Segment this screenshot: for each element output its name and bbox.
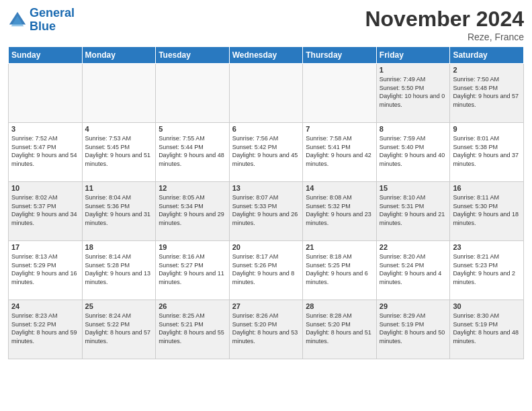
calendar-cell: 17Sunrise: 8:13 AMSunset: 5:29 PMDayligh… [9,241,83,300]
calendar-cell: 12Sunrise: 8:05 AMSunset: 5:34 PMDayligh… [156,182,230,241]
day-number: 28 [306,302,373,310]
day-info: Sunrise: 8:11 AMSunset: 5:30 PMDaylight:… [453,193,521,227]
calendar-cell: 6Sunrise: 7:56 AMSunset: 5:42 PMDaylight… [229,123,303,182]
page: General Blue November 2024 Reze, France … [0,0,532,411]
day-info: Sunrise: 7:49 AMSunset: 5:50 PMDaylight:… [380,75,447,109]
day-info: Sunrise: 8:29 AMSunset: 5:19 PMDaylight:… [380,312,447,345]
calendar-cell: 18Sunrise: 8:14 AMSunset: 5:28 PMDayligh… [82,241,156,300]
day-info: Sunrise: 7:52 AMSunset: 5:47 PMDaylight:… [11,134,79,168]
day-info: Sunrise: 8:08 AMSunset: 5:32 PMDaylight:… [306,193,373,227]
day-info: Sunrise: 8:21 AMSunset: 5:23 PMDaylight:… [453,253,521,286]
day-number: 7 [306,125,373,133]
day-number: 24 [11,302,79,310]
day-number: 3 [11,125,79,133]
calendar-week-1: 1Sunrise: 7:49 AMSunset: 5:50 PMDaylight… [9,64,524,123]
calendar-cell [156,64,230,123]
col-thursday: Thursday [303,47,377,64]
calendar-cell: 26Sunrise: 8:25 AMSunset: 5:21 PMDayligh… [156,300,230,359]
day-number: 18 [85,243,153,251]
header-row: Sunday Monday Tuesday Wednesday Thursday… [9,47,524,64]
day-number: 30 [453,302,521,310]
calendar-cell: 14Sunrise: 8:08 AMSunset: 5:32 PMDayligh… [303,182,377,241]
day-number: 20 [232,243,300,251]
col-sunday: Sunday [9,47,83,64]
calendar-cell: 8Sunrise: 7:59 AMSunset: 5:40 PMDaylight… [376,123,450,182]
calendar-cell: 1Sunrise: 7:49 AMSunset: 5:50 PMDaylight… [376,64,450,123]
day-info: Sunrise: 8:10 AMSunset: 5:31 PMDaylight:… [380,193,447,227]
day-number: 21 [306,243,373,251]
day-info: Sunrise: 8:25 AMSunset: 5:21 PMDaylight:… [159,312,226,345]
col-tuesday: Tuesday [156,47,230,64]
day-number: 6 [232,125,300,133]
day-info: Sunrise: 7:56 AMSunset: 5:42 PMDaylight:… [232,134,300,168]
day-info: Sunrise: 8:13 AMSunset: 5:29 PMDaylight:… [11,253,79,286]
day-number: 22 [380,243,447,251]
calendar-cell: 25Sunrise: 8:24 AMSunset: 5:22 PMDayligh… [82,300,156,359]
calendar-cell: 7Sunrise: 7:58 AMSunset: 5:41 PMDaylight… [303,123,377,182]
day-info: Sunrise: 8:30 AMSunset: 5:19 PMDaylight:… [453,312,521,345]
day-number: 2 [453,66,521,74]
day-info: Sunrise: 7:50 AMSunset: 5:48 PMDaylight:… [453,75,521,109]
day-info: Sunrise: 8:04 AMSunset: 5:36 PMDaylight:… [85,193,153,227]
calendar-cell: 4Sunrise: 7:53 AMSunset: 5:45 PMDaylight… [82,123,156,182]
day-number: 5 [159,125,226,133]
calendar-cell: 19Sunrise: 8:16 AMSunset: 5:27 PMDayligh… [156,241,230,300]
day-number: 11 [85,184,153,192]
day-info: Sunrise: 8:14 AMSunset: 5:28 PMDaylight:… [85,253,153,286]
day-number: 19 [159,243,226,251]
logo-line2: Blue [30,19,56,33]
day-info: Sunrise: 7:59 AMSunset: 5:40 PMDaylight:… [380,134,447,168]
calendar-cell: 5Sunrise: 7:55 AMSunset: 5:44 PMDaylight… [156,123,230,182]
calendar-cell: 13Sunrise: 8:07 AMSunset: 5:33 PMDayligh… [229,182,303,241]
calendar-cell: 2Sunrise: 7:50 AMSunset: 5:48 PMDaylight… [450,64,524,123]
calendar-cell: 15Sunrise: 8:10 AMSunset: 5:31 PMDayligh… [376,182,450,241]
day-info: Sunrise: 8:23 AMSunset: 5:22 PMDaylight:… [11,312,79,345]
calendar-cell: 22Sunrise: 8:20 AMSunset: 5:24 PMDayligh… [376,241,450,300]
calendar-cell: 28Sunrise: 8:28 AMSunset: 5:20 PMDayligh… [303,300,377,359]
day-info: Sunrise: 8:01 AMSunset: 5:38 PMDaylight:… [453,134,521,168]
calendar-week-5: 24Sunrise: 8:23 AMSunset: 5:22 PMDayligh… [9,300,524,359]
day-number: 12 [159,184,226,192]
day-number: 15 [380,184,447,192]
header: General Blue November 2024 Reze, France [8,7,524,42]
day-info: Sunrise: 8:02 AMSunset: 5:37 PMDaylight:… [11,193,79,227]
logo-icon [8,11,27,30]
day-number: 26 [159,302,226,310]
col-wednesday: Wednesday [229,47,303,64]
day-number: 1 [380,66,447,74]
day-number: 14 [306,184,373,192]
day-info: Sunrise: 8:28 AMSunset: 5:20 PMDaylight:… [306,312,373,345]
day-number: 10 [11,184,79,192]
day-info: Sunrise: 8:17 AMSunset: 5:26 PMDaylight:… [232,253,300,286]
calendar-cell: 24Sunrise: 8:23 AMSunset: 5:22 PMDayligh… [9,300,83,359]
day-info: Sunrise: 8:07 AMSunset: 5:33 PMDaylight:… [232,193,300,227]
day-number: 8 [380,125,447,133]
day-number: 27 [232,302,300,310]
calendar-cell: 21Sunrise: 8:18 AMSunset: 5:25 PMDayligh… [303,241,377,300]
calendar-week-2: 3Sunrise: 7:52 AMSunset: 5:47 PMDaylight… [9,123,524,182]
day-number: 23 [453,243,521,251]
calendar-cell: 23Sunrise: 8:21 AMSunset: 5:23 PMDayligh… [450,241,524,300]
calendar-header: Sunday Monday Tuesday Wednesday Thursday… [9,47,524,64]
day-info: Sunrise: 7:55 AMSunset: 5:44 PMDaylight:… [159,134,226,168]
col-friday: Friday [376,47,450,64]
calendar-cell: 10Sunrise: 8:02 AMSunset: 5:37 PMDayligh… [9,182,83,241]
calendar-week-3: 10Sunrise: 8:02 AMSunset: 5:37 PMDayligh… [9,182,524,241]
day-info: Sunrise: 8:20 AMSunset: 5:24 PMDaylight:… [380,253,447,286]
day-info: Sunrise: 7:53 AMSunset: 5:45 PMDaylight:… [85,134,153,168]
calendar-body: 1Sunrise: 7:49 AMSunset: 5:50 PMDaylight… [9,64,524,359]
calendar-cell: 3Sunrise: 7:52 AMSunset: 5:47 PMDaylight… [9,123,83,182]
calendar-cell: 29Sunrise: 8:29 AMSunset: 5:19 PMDayligh… [376,300,450,359]
day-info: Sunrise: 8:18 AMSunset: 5:25 PMDaylight:… [306,253,373,286]
col-saturday: Saturday [450,47,524,64]
logo-line1: General [30,6,75,19]
day-number: 13 [232,184,300,192]
calendar-table: Sunday Monday Tuesday Wednesday Thursday… [8,46,524,359]
day-info: Sunrise: 8:24 AMSunset: 5:22 PMDaylight:… [85,312,153,345]
location: Reze, France [365,32,524,42]
day-number: 29 [380,302,447,310]
calendar-cell: 16Sunrise: 8:11 AMSunset: 5:30 PMDayligh… [450,182,524,241]
day-info: Sunrise: 8:16 AMSunset: 5:27 PMDaylight:… [159,253,226,286]
day-number: 4 [85,125,153,133]
day-info: Sunrise: 7:58 AMSunset: 5:41 PMDaylight:… [306,134,373,168]
